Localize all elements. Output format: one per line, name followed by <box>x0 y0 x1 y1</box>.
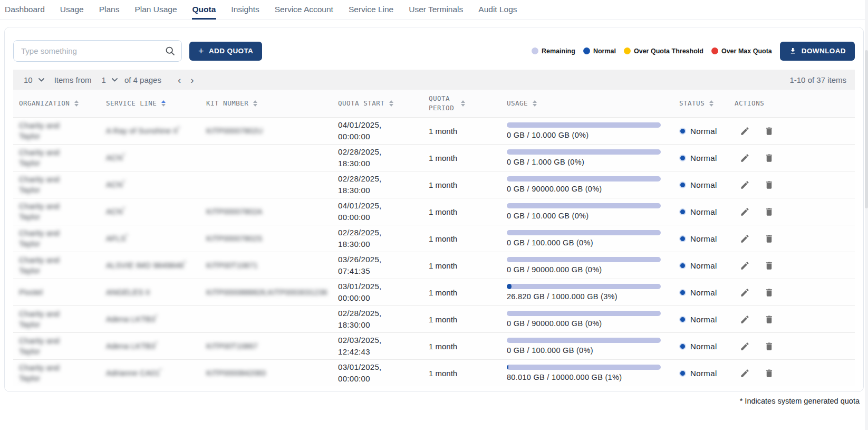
edit-icon[interactable] <box>740 234 750 244</box>
items-range-label: 1-10 of 37 items <box>789 75 846 84</box>
quota-start-cell: 02/03/2025,12:42:43 <box>338 335 429 358</box>
quota-start-cell: 03/01/2025,00:00:00 <box>338 281 429 304</box>
edit-icon[interactable] <box>740 341 750 351</box>
organization-cell: Charity and Taylor <box>19 336 72 357</box>
edit-icon[interactable] <box>740 368 750 378</box>
delete-icon[interactable] <box>764 368 774 378</box>
page-size-select[interactable]: 10 <box>24 75 44 84</box>
edit-icon[interactable] <box>740 288 750 298</box>
edit-icon[interactable] <box>740 314 750 324</box>
usage-bar <box>507 365 661 370</box>
nav-item-user-terminals[interactable]: User Terminals <box>408 0 464 20</box>
column-header-kit-number[interactable]: KIT NUMBER <box>206 99 338 108</box>
actions-cell <box>735 153 855 163</box>
table-row: Charity and Taylor ALSVIE IMO 9849846* K… <box>13 252 855 279</box>
search-icon[interactable] <box>165 45 176 59</box>
usage-cell: 80.010 GB / 10000.000 GB (1%) <box>507 365 679 381</box>
status-badge: Normal <box>679 369 735 378</box>
usage-cell: 0 GB / 90000.000 GB (0%) <box>507 311 679 328</box>
next-page-icon[interactable]: › <box>190 75 194 85</box>
kit-number-cell: KITP00007802U <box>206 127 338 135</box>
column-header-quota-period[interactable]: QUOTA PERIOD <box>429 94 507 113</box>
organization-cell: Pivotel <box>19 287 72 298</box>
nav-item-plans[interactable]: Plans <box>99 0 120 20</box>
column-header-quota-start[interactable]: QUOTA START <box>338 99 429 108</box>
usage-bar <box>507 311 661 316</box>
nav-item-service-account[interactable]: Service Account <box>274 0 334 20</box>
search-input[interactable] <box>13 40 182 62</box>
delete-icon[interactable] <box>764 207 774 217</box>
usage-bar <box>507 203 661 208</box>
download-button[interactable]: DOWNLOAD <box>780 42 855 61</box>
table-row: Charity and Taylor ACN* KITP00007802A 04… <box>13 198 855 225</box>
usage-cell: 0 GB / 90000.000 GB (0%) <box>507 257 679 274</box>
quota-period-cell: 1 month <box>429 207 507 216</box>
nav-item-insights[interactable]: Insights <box>230 0 259 20</box>
status-dot-icon <box>679 343 686 350</box>
status-dot-icon <box>679 235 686 242</box>
sort-icon <box>709 100 713 107</box>
edit-icon[interactable] <box>740 126 750 136</box>
delete-icon[interactable] <box>764 126 774 136</box>
nav-item-quota[interactable]: Quota <box>192 0 217 20</box>
actions-cell <box>735 341 855 351</box>
column-header-usage[interactable]: USAGE <box>507 99 679 108</box>
sort-icon <box>533 100 537 107</box>
usage-bar <box>507 122 661 128</box>
status-dot-icon <box>679 316 686 323</box>
delete-icon[interactable] <box>764 288 774 298</box>
actions-cell <box>735 180 855 190</box>
sort-icon <box>253 100 257 107</box>
status-legend: Remaining Normal Over Quota Threshold Ov… <box>532 47 772 55</box>
usage-cell: 0 GB / 10.000 GB (0%) <box>507 122 679 139</box>
actions-cell <box>735 288 855 298</box>
service-line-cell: Adena LKTB3* <box>106 313 188 324</box>
delete-icon[interactable] <box>764 180 774 190</box>
status-badge: Normal <box>679 315 735 324</box>
edit-icon[interactable] <box>740 180 750 190</box>
service-line-cell: Adrianne CA01* <box>106 367 188 378</box>
table-row: Charity and Taylor AFLS* KITP00007802S 0… <box>13 225 855 252</box>
delete-icon[interactable] <box>764 234 774 244</box>
usage-bar <box>507 176 661 181</box>
quota-start-cell: 02/28/2025,18:30:00 <box>338 308 429 331</box>
usage-bar <box>507 257 661 262</box>
kit-number-cell: KITP0000888826,KITP0003031236 <box>206 288 338 297</box>
nav-item-audit-logs[interactable]: Audit Logs <box>478 0 517 20</box>
scrollbar-thumb[interactable] <box>865 50 868 208</box>
prev-page-icon[interactable]: ‹ <box>178 75 181 85</box>
nav-item-plan-usage[interactable]: Plan Usage <box>134 0 177 20</box>
column-header-service-line[interactable]: SERVICE LINE <box>106 99 206 108</box>
add-quota-button[interactable]: + ADD QUOTA <box>189 42 262 61</box>
legend-item-normal: Normal <box>583 47 616 55</box>
delete-icon[interactable] <box>764 261 774 271</box>
page-select[interactable]: 1 <box>102 75 118 84</box>
usage-cell: 0 GB / 100.000 GB (0%) <box>507 230 679 247</box>
status-badge: Normal <box>679 127 735 136</box>
scrollbar[interactable] <box>865 0 868 430</box>
service-line-cell: ACN* <box>106 179 188 190</box>
nav-item-service-line[interactable]: Service Line <box>348 0 394 20</box>
table-row: Charity and Taylor Adrianne CA01* KITP00… <box>13 359 855 386</box>
edit-icon[interactable] <box>740 207 750 217</box>
page-value: 1 <box>102 75 106 84</box>
nav-item-usage[interactable]: Usage <box>60 0 84 20</box>
edit-icon[interactable] <box>740 153 750 163</box>
column-header-status[interactable]: STATUS <box>679 99 735 108</box>
delete-icon[interactable] <box>764 153 774 163</box>
sort-icon <box>74 100 79 107</box>
status-dot-icon <box>679 370 686 377</box>
quota-period-cell: 1 month <box>429 261 507 270</box>
delete-icon[interactable] <box>764 341 774 351</box>
legend-item-over-max-quota: Over Max Quota <box>711 47 772 55</box>
status-dot-icon <box>679 155 686 161</box>
kit-number-cell: KITP0000842083 <box>206 369 338 377</box>
quota-period-cell: 1 month <box>429 234 507 243</box>
edit-icon[interactable] <box>740 261 750 271</box>
delete-icon[interactable] <box>764 314 774 324</box>
column-header-organization[interactable]: ORGANIZATION <box>19 99 106 108</box>
usage-cell: 0 GB / 10.000 GB (0%) <box>507 203 679 220</box>
nav-item-dashboard[interactable]: Dashboard <box>4 0 45 20</box>
service-line-cell: ALSVIE IMO 9849846* <box>106 260 188 271</box>
sort-asc-icon <box>161 100 166 107</box>
